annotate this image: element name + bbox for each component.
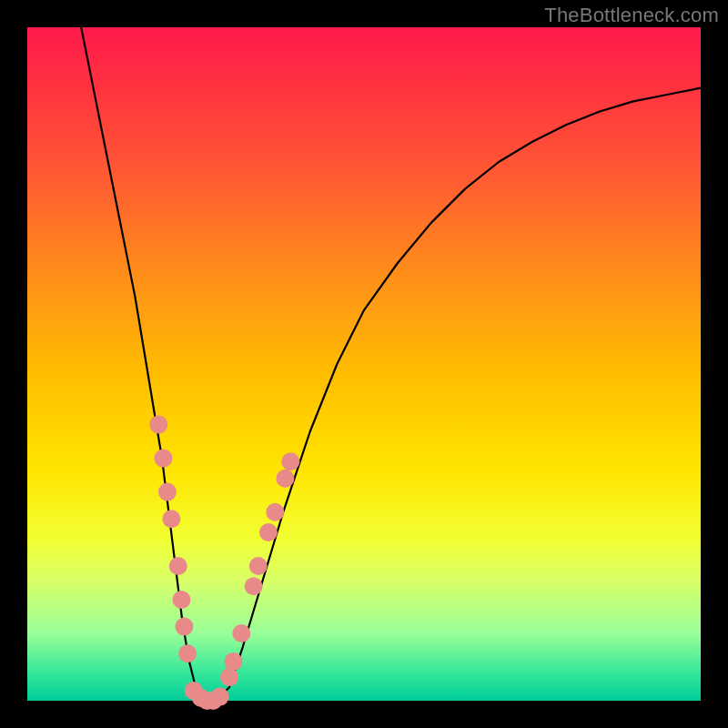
marker-dot [154, 450, 172, 468]
marker-dot [224, 652, 242, 671]
watermark-text: TheBottleneck.com [544, 4, 719, 27]
plot-area [27, 27, 701, 701]
marker-dot [232, 624, 250, 642]
chart-frame: TheBottleneck.com [0, 0, 728, 728]
marker-dot [281, 452, 299, 470]
marker-dot [169, 557, 187, 575]
chart-overlay [27, 27, 701, 701]
marker-dot [175, 618, 193, 636]
marker-dot [245, 577, 263, 595]
marker-dot [276, 470, 294, 488]
marker-dot [220, 668, 238, 686]
marker-dot [266, 503, 284, 521]
marker-dot [259, 523, 278, 541]
marker-dots [149, 416, 299, 710]
marker-dot [178, 644, 197, 662]
marker-dot [172, 591, 190, 609]
marker-dot [249, 557, 268, 575]
marker-dot [162, 510, 180, 528]
marker-dot [149, 416, 167, 434]
marker-dot [211, 688, 229, 706]
marker-dot [158, 483, 177, 501]
